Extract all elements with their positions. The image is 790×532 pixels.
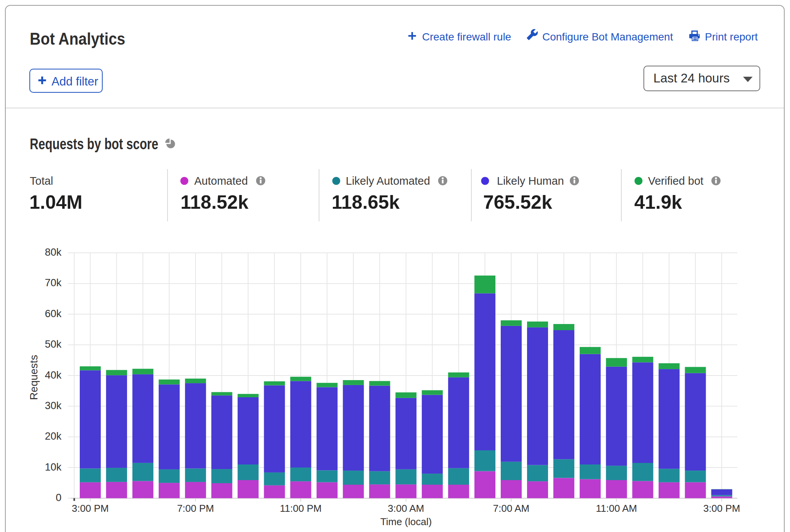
svg-text:10k: 10k [45, 461, 61, 473]
svg-text:30k: 30k [45, 400, 61, 411]
svg-text:3:00 PM: 3:00 PM [703, 503, 740, 514]
svg-text:40k: 40k [45, 369, 61, 381]
svg-text:3:00 AM: 3:00 AM [388, 503, 424, 514]
svg-text:7:00 AM: 7:00 AM [493, 503, 529, 514]
svg-text:11:00 AM: 11:00 AM [596, 503, 637, 514]
svg-text:3:00 PM: 3:00 PM [72, 503, 109, 514]
svg-text:Time (local): Time (local) [380, 516, 432, 527]
svg-text:0: 0 [56, 492, 61, 503]
svg-text:7:00 PM: 7:00 PM [177, 503, 214, 514]
svg-text:11:00 PM: 11:00 PM [280, 503, 321, 514]
svg-text:50k: 50k [45, 339, 61, 350]
svg-text:70k: 70k [45, 277, 61, 289]
svg-text:20k: 20k [45, 430, 61, 442]
svg-text:Requests: Requests [28, 355, 40, 400]
svg-text:80k: 80k [45, 247, 61, 258]
svg-text:60k: 60k [45, 308, 61, 319]
